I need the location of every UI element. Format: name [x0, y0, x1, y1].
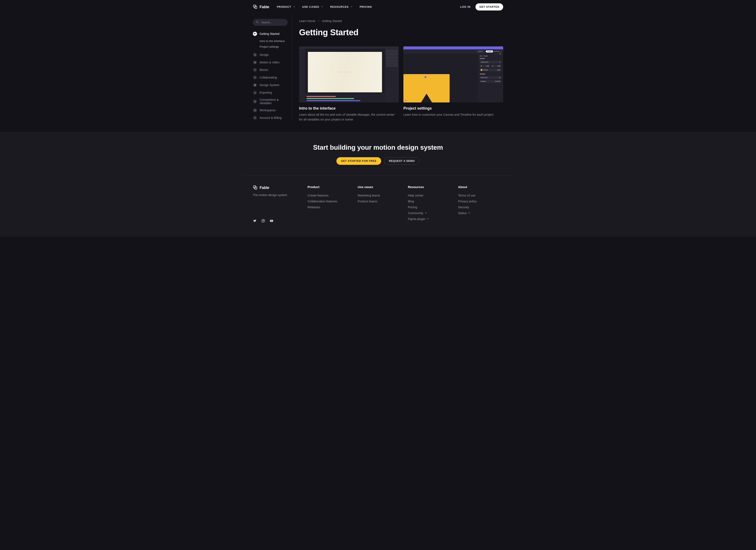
footer-link[interactable]: Community: [408, 210, 453, 216]
logo-icon: [253, 4, 257, 10]
twitter-icon[interactable]: [253, 218, 257, 224]
chevron-down-icon: [321, 5, 323, 9]
footer-link[interactable]: Releases: [307, 204, 353, 210]
card-thumbnail: CREATE SHARE EXPORT ?: [403, 46, 503, 103]
footer: Fable The motion design system Product C…: [243, 176, 513, 237]
card-title: Project settings: [403, 106, 503, 111]
footer-brand: Fable The motion design system: [253, 185, 302, 224]
footer-link[interactable]: Marketing teams: [358, 193, 403, 198]
svg-point-16: [263, 220, 264, 222]
flag-icon: [253, 32, 257, 36]
sidebar-item-getting-started[interactable]: Getting Started: [253, 30, 289, 37]
footer-link[interactable]: Status: [458, 210, 503, 216]
primary-nav: PRODUCT USE CASES RESOURCES PRICING: [277, 5, 372, 9]
briefcase-icon: [253, 108, 257, 112]
svg-point-5: [255, 62, 255, 63]
footer-link[interactable]: Blog: [408, 198, 453, 204]
external-link-icon: [427, 217, 429, 221]
sidebar-item-design[interactable]: Design: [253, 51, 289, 58]
header: Fable PRODUCT USE CASES RESOURCES PRICIN…: [243, 0, 513, 14]
sparkle-icon: [253, 68, 257, 72]
svg-point-2: [256, 21, 258, 23]
users-icon: [253, 75, 257, 80]
get-started-button[interactable]: GET STARTED: [475, 3, 503, 11]
footer-col-resources: Resources Help center Blog Pricing Commu…: [408, 185, 453, 224]
footer-link[interactable]: Pricing: [408, 204, 453, 210]
search-input-wrap[interactable]: [253, 19, 288, 26]
main-content: Learn Home Getting Started Getting Start…: [299, 14, 503, 122]
card-description: Learn how to customize your Canvas and T…: [403, 112, 503, 117]
pen-icon: [253, 53, 257, 57]
cta-heading: Start building your motion design system: [253, 144, 503, 151]
sidebar-item-workspaces[interactable]: Workspaces: [253, 107, 289, 114]
footer-link[interactable]: Figma plugin: [408, 216, 453, 222]
footer-tagline: The motion design system: [253, 193, 302, 197]
svg-rect-11: [254, 110, 256, 111]
instagram-icon[interactable]: [261, 218, 265, 224]
sidebar-item-connections-variables[interactable]: Connections & Variables: [253, 97, 289, 106]
thumbnail-canvas-text: TRUE TITLES: [308, 52, 382, 92]
svg-point-12: [255, 117, 255, 118]
svg-point-7: [255, 77, 256, 77]
download-icon: [253, 91, 257, 95]
footer-logo[interactable]: Fable: [253, 185, 302, 191]
document-icon: [253, 99, 257, 104]
article-cards: TRUE TITLES: [299, 46, 503, 122]
logo-wordmark: Fable: [260, 5, 269, 9]
nav-use-cases[interactable]: USE CASES: [302, 5, 323, 9]
page-title: Getting Started: [299, 28, 503, 37]
footer-col-use-cases: Use cases Marketing teams Product teams: [358, 185, 403, 224]
atom-icon: [253, 83, 257, 87]
card-description: Learn about all the ins and outs of Vari…: [299, 112, 399, 122]
sidebar-item-account-billing[interactable]: Account & Billing: [253, 114, 289, 121]
footer-link[interactable]: Create features: [307, 193, 353, 198]
footer-link[interactable]: Terms of use: [458, 193, 503, 198]
record-icon: [253, 60, 257, 64]
breadcrumb: Learn Home Getting Started: [299, 19, 503, 23]
breadcrumb-current: Getting Started: [322, 19, 342, 23]
svg-line-3: [258, 23, 259, 23]
footer-link[interactable]: Help center: [408, 193, 453, 198]
card-intro-to-interface[interactable]: TRUE TITLES: [299, 46, 399, 122]
footer-col-about: About Terms of use Privacy policy Securi…: [458, 185, 503, 224]
svg-point-17: [264, 220, 264, 220]
sidebar: Getting Started Intro to the interface P…: [253, 14, 292, 122]
close-icon: ✕: [499, 52, 501, 55]
request-demo-button[interactable]: REQUEST A DEMO: [384, 157, 420, 165]
search-input[interactable]: [261, 21, 285, 24]
sidebar-item-blocks[interactable]: Blocks: [253, 67, 289, 73]
get-started-free-button[interactable]: GET STARTED FOR FREE: [336, 157, 381, 165]
footer-link[interactable]: Security: [458, 204, 503, 210]
sidebar-item-collaborating[interactable]: Collaborating: [253, 74, 289, 81]
footer-col-product: Product Create features Collaboration fe…: [307, 185, 353, 224]
logo-icon: [253, 185, 257, 191]
svg-point-6: [254, 77, 255, 78]
sidebar-sub-intro[interactable]: Intro to the interface: [260, 38, 289, 44]
nav-pricing[interactable]: PRICING: [360, 5, 372, 8]
external-link-icon: [468, 212, 470, 215]
sidebar-item-design-system[interactable]: Design System: [253, 82, 289, 88]
footer-link[interactable]: Collaboration features: [307, 198, 353, 204]
breadcrumb-root[interactable]: Learn Home: [299, 19, 315, 23]
login-link[interactable]: LOG IN: [460, 5, 470, 8]
card-title: Intro to the interface: [299, 106, 399, 111]
sidebar-sub-project-settings[interactable]: Project settings: [260, 44, 289, 49]
search-icon: [256, 21, 259, 24]
youtube-icon[interactable]: [270, 218, 273, 224]
logo[interactable]: Fable: [253, 4, 269, 10]
cta-band: Start building your motion design system…: [243, 132, 513, 176]
chevron-down-icon: [293, 5, 295, 9]
chevron-down-icon: [350, 5, 353, 9]
sidebar-item-exporting[interactable]: Exporting: [253, 89, 289, 96]
footer-link[interactable]: Privacy policy: [458, 198, 503, 204]
card-project-settings[interactable]: CREATE SHARE EXPORT ?: [403, 46, 503, 122]
nav-resources[interactable]: RESOURCES: [330, 5, 353, 9]
user-icon: [253, 116, 257, 120]
chevron-right-icon: [317, 19, 320, 23]
sidebar-item-motion-video[interactable]: Motion & Video: [253, 59, 289, 66]
external-link-icon: [425, 212, 427, 215]
card-thumbnail: TRUE TITLES: [299, 46, 399, 103]
footer-link[interactable]: Product teams: [358, 198, 403, 204]
nav-product[interactable]: PRODUCT: [277, 5, 295, 9]
